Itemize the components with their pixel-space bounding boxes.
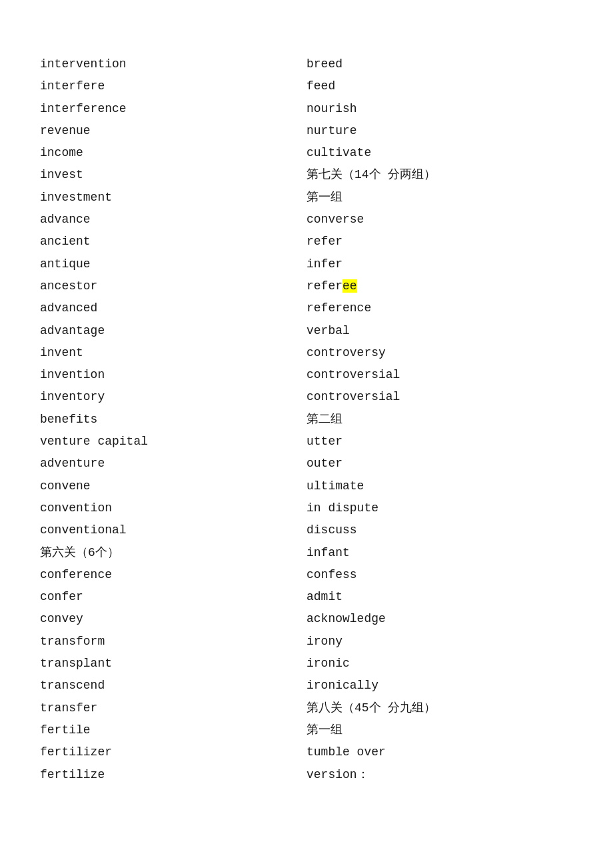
word-item: income xyxy=(40,142,306,164)
word-item: venture capital xyxy=(40,431,306,453)
word-item: invention xyxy=(40,364,306,386)
section-header: 第一组 xyxy=(306,187,573,209)
word-item: advantage xyxy=(40,320,306,342)
word-item: revenue xyxy=(40,120,306,142)
word-item: interfere xyxy=(40,75,306,97)
word-item: transfer xyxy=(40,697,306,719)
word-item: ironically xyxy=(306,675,573,697)
word-item: reference xyxy=(306,297,573,319)
word-item: cultivate xyxy=(306,142,573,164)
word-item: ironic xyxy=(306,653,573,675)
word-item: adventure xyxy=(40,453,306,475)
word-item: outer xyxy=(306,453,573,475)
section-header: 第八关（45个 分九组） xyxy=(306,697,573,719)
word-item: benefits xyxy=(40,409,306,431)
word-item: acknowledge xyxy=(306,608,573,630)
word-item: transcend xyxy=(40,675,306,697)
word-item: verbal xyxy=(306,320,573,342)
word-item: referee xyxy=(306,275,573,297)
word-item: discuss xyxy=(306,519,573,541)
highlighted-text: ee xyxy=(342,279,357,293)
word-item: admit xyxy=(306,586,573,608)
word-item: controversy xyxy=(306,342,573,364)
word-item: convey xyxy=(40,608,306,630)
right-column: breedfeednourishnurturecultivate第七关（14个 … xyxy=(306,53,573,786)
word-item: invest xyxy=(40,164,306,186)
main-content: interventioninterfereinterferencerevenue… xyxy=(40,53,573,786)
section-header: 第一组 xyxy=(306,719,573,741)
word-item: invent xyxy=(40,342,306,364)
word-item: feed xyxy=(306,75,573,97)
word-item: convention xyxy=(40,497,306,519)
word-item: confess xyxy=(306,564,573,586)
word-item: ancestor xyxy=(40,275,306,297)
word-item: infant xyxy=(306,542,573,564)
word-item: tumble over xyxy=(306,741,573,763)
word-item: controversial xyxy=(306,386,573,408)
word-item: advance xyxy=(40,209,306,231)
word-item: nourish xyxy=(306,98,573,120)
word-item: converse xyxy=(306,209,573,231)
word-item: transplant xyxy=(40,653,306,675)
word-item: irony xyxy=(306,631,573,653)
word-item: fertile xyxy=(40,719,306,741)
word-item: conventional xyxy=(40,519,306,541)
word-item: ancient xyxy=(40,231,306,253)
word-item: fertilize xyxy=(40,764,306,786)
word-item: transform xyxy=(40,631,306,653)
left-column: interventioninterfereinterferencerevenue… xyxy=(40,53,306,786)
word-item: investment xyxy=(40,187,306,209)
section-header: 第二组 xyxy=(306,409,573,431)
word-item: refer xyxy=(306,231,573,253)
word-item: in dispute xyxy=(306,497,573,519)
word-item: confer xyxy=(40,586,306,608)
word-item: ultimate xyxy=(306,475,573,497)
word-item: version： xyxy=(306,764,573,786)
word-item: controversial xyxy=(306,364,573,386)
word-item: utter xyxy=(306,431,573,453)
word-item: convene xyxy=(40,475,306,497)
word-item: breed xyxy=(306,53,573,75)
word-item: advanced xyxy=(40,297,306,319)
word-item: intervention xyxy=(40,53,306,75)
section-header: 第七关（14个 分两组） xyxy=(306,164,573,186)
word-item: interference xyxy=(40,98,306,120)
section-header: 第六关（6个） xyxy=(40,542,306,564)
word-item: nurture xyxy=(306,120,573,142)
word-item: antique xyxy=(40,253,306,275)
word-item: conference xyxy=(40,564,306,586)
word-item: infer xyxy=(306,253,573,275)
word-item: inventory xyxy=(40,386,306,408)
word-item: fertilizer xyxy=(40,741,306,763)
